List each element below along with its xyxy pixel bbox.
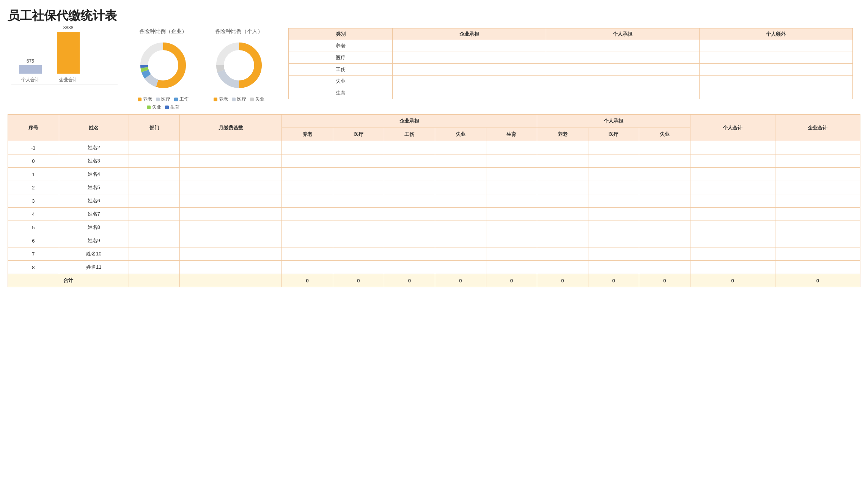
footer-p-total: 0 [690,274,775,287]
summary-cat-shiye: 失业 [289,76,393,87]
col-e-yanglao: 养老 [282,128,333,141]
donut-enterprise-legend: 养老 医疗 工伤 [138,96,189,102]
table-row: 7姓名10 [8,247,860,261]
summary-row-gongshang: 工伤 [289,64,853,76]
summary-header-extra: 个人额外 [699,28,852,40]
legend-dot-yiliao-p [232,98,236,101]
footer-e-gongshang: 0 [384,274,435,287]
legend-shengyu-e: 生育 [165,104,179,110]
bar-top-enterprise: 8888 [63,25,74,30]
legend-dot-gongshang-e [174,98,178,101]
summary-ent-yanglao [393,40,546,52]
legend-label-yanglao-p: 养老 [219,96,228,102]
table-row: 8姓名11 [8,261,860,274]
legend-yiliao-e: 医疗 [156,96,170,102]
legend-label-yanglao-e: 养老 [143,96,152,102]
legend-label-gongshang-e: 工伤 [179,96,189,102]
footer-base2 [180,274,282,287]
col-dept: 部门 [129,115,180,141]
summary-ext-shengyu [699,87,852,99]
summary-ext-shiye [699,76,852,87]
summary-ent-shengyu [393,87,546,99]
bar-personal [19,65,42,74]
table-row: 1姓名4 [8,168,860,181]
col-name: 姓名 [59,115,129,141]
col-e-yiliao: 医疗 [333,128,384,141]
summary-ext-yiliao [699,52,852,64]
footer-base [129,274,180,287]
col-seq: 序号 [8,115,59,141]
donut-area: 各险种比例（企业） [121,28,281,110]
col-personal-group: 个人承担 [537,115,690,128]
legend-dot-shiye-e [147,106,151,109]
summary-table-area: 类别 企业承担 个人承担 个人额外 养老 医疗 [281,28,860,99]
summary-per-gongshang [546,64,699,76]
footer-e-shiye: 0 [435,274,486,287]
summary-per-shengyu [546,87,699,99]
summary-cat-gongshang: 工伤 [289,64,393,76]
main-table-wrap: 序号 姓名 部门 月缴费基数 企业承担 个人承担 个人合计 企业合计 养老 医疗… [8,114,860,287]
summary-cat-yanglao: 养老 [289,40,393,52]
summary-cat-yiliao: 医疗 [289,52,393,64]
legend-label-shengyu-e: 生育 [170,104,179,110]
footer-e-total: 0 [775,274,860,287]
legend-dot-yanglao-e [138,98,142,101]
main-table: 序号 姓名 部门 月缴费基数 企业承担 个人承担 个人合计 企业合计 养老 医疗… [8,114,860,287]
footer-e-yanglao: 0 [282,274,333,287]
legend-yiliao-p: 医疗 [232,96,246,102]
footer-p-yiliao: 0 [588,274,639,287]
summary-ent-yiliao [393,52,546,64]
legend-label-shiye-p: 失业 [255,96,264,102]
legend-dot-shiye-p [250,98,254,101]
col-e-shiye: 失业 [435,128,486,141]
summary-row-yiliao: 医疗 [289,52,853,64]
page: 员工社保代缴统计表 675 个人合计 8888 企业合计 各险 [0,0,868,479]
legend-label-yiliao-p: 医疗 [237,96,246,102]
footer-p-yanglao: 0 [537,274,588,287]
col-personal-total: 个人合计 [690,115,775,141]
top-section: 675 个人合计 8888 企业合计 各险种比例（企业） [8,28,860,110]
legend-shiye-p: 失业 [250,96,264,102]
donut-personal-chart [212,39,266,93]
bar-enterprise [57,32,80,74]
legend-yanglao-p: 养老 [214,96,228,102]
legend-label-shiye-e: 失业 [152,104,161,110]
donut-enterprise-chart [137,39,190,93]
donut-enterprise: 各险种比例（企业） [137,28,190,110]
legend-yanglao-e: 养老 [138,96,152,102]
footer-label: 合计 [8,274,129,287]
bar-chart-area: 675 个人合计 8888 企业合计 [8,28,121,89]
bar-group-personal: 675 个人合计 [19,58,42,83]
col-enterprise-total: 企业合计 [775,115,860,141]
table-row: 2姓名5 [8,181,860,194]
summary-per-yanglao [546,40,699,52]
footer-p-shiye: 0 [639,274,690,287]
summary-cat-shengyu: 生育 [289,87,393,99]
donut-personal-legend: 养老 医疗 失业 [214,96,264,102]
donut-enterprise-title: 各险种比例（企业） [139,28,187,35]
col-e-gongshang: 工伤 [384,128,435,141]
footer-e-yiliao: 0 [333,274,384,287]
footer-e-shengyu: 0 [486,274,537,287]
summary-per-yiliao [546,52,699,64]
legend-dot-yanglao-p [214,98,217,101]
summary-header-enterprise: 企业承担 [393,28,546,40]
summary-ent-shiye [393,76,546,87]
legend-gongshang-e: 工伤 [174,96,189,102]
summary-table: 类别 企业承担 个人承担 个人额外 养老 医疗 [288,28,853,99]
donut-personal-title: 各险种比例（个人） [215,28,263,35]
donut-enterprise-legend2: 失业 生育 [147,104,179,110]
summary-ext-yanglao [699,40,852,52]
summary-row-shiye: 失业 [289,76,853,87]
summary-ext-gongshang [699,64,852,76]
col-enterprise-group: 企业承担 [282,115,537,128]
col-p-yanglao: 养老 [537,128,588,141]
summary-per-shiye [546,76,699,87]
legend-dot-shengyu-e [165,106,169,109]
col-e-shengyu: 生育 [486,128,537,141]
col-base: 月缴费基数 [180,115,282,141]
bar-bottom-enterprise: 企业合计 [59,77,77,83]
bar-chart: 675 个人合计 8888 企业合计 [11,32,118,85]
table-row: 0姓名3 [8,154,860,168]
summary-header-personal: 个人承担 [546,28,699,40]
